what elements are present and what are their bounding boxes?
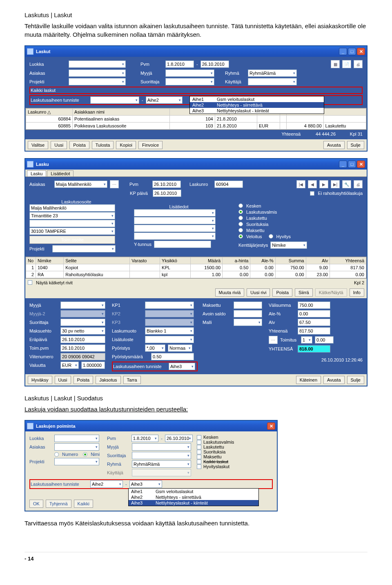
- maksettu-input[interactable]: [234, 301, 262, 309]
- projekti-select[interactable]: [52, 245, 116, 252]
- kj-select[interactable]: Nimike: [270, 241, 307, 249]
- tab-lasku[interactable]: Lasku: [27, 170, 46, 176]
- chk-suorituksia[interactable]: [197, 450, 201, 454]
- status-veloitus[interactable]: [238, 234, 243, 239]
- katke-button[interactable]: Kätke/Näytä: [315, 288, 347, 297]
- print-icon[interactable]: 🖨: [354, 60, 363, 68]
- lt-4-input[interactable]: [134, 232, 216, 240]
- status-laskutusvalmis[interactable]: [238, 210, 243, 214]
- sulje-button[interactable]: Sulje: [347, 141, 364, 149]
- toimitus-ellipsis[interactable]: ⋯: [269, 336, 278, 344]
- col-laskunro[interactable]: Laskunro △: [26, 109, 73, 116]
- lta-dropdown[interactable]: Aihe1Gsm veloituslaskut Aihe2Nettiyhteys…: [128, 488, 259, 506]
- lta-bot-input[interactable]: Aihe3: [169, 363, 195, 370]
- hyvaksy-button[interactable]: Hyväksy: [28, 376, 52, 384]
- toimitus-num[interactable]: 1: [301, 336, 312, 344]
- pvm-input[interactable]: 26.10.2010: [152, 181, 181, 188]
- myyja-select[interactable]: [132, 443, 191, 451]
- chk-maksettu[interactable]: [197, 455, 201, 459]
- kopioi-button[interactable]: Kopioi: [116, 141, 136, 149]
- col-asiakkaannimi[interactable]: Asiakkaan nimi: [73, 109, 170, 116]
- malli-input[interactable]: [234, 319, 262, 326]
- pyoristys2-input[interactable]: Normaa: [168, 344, 192, 352]
- projekti-select[interactable]: [54, 458, 99, 465]
- pyoristys-input[interactable]: *,00: [145, 344, 165, 352]
- pvm-from-input[interactable]: 1.8.2010: [165, 60, 194, 68]
- lta-select-1[interactable]: [90, 96, 139, 104]
- asiakas-select[interactable]: [69, 69, 126, 77]
- avoin-input[interactable]: [234, 310, 262, 317]
- lisatuloste-input[interactable]: [145, 336, 194, 343]
- myyja-input[interactable]: [60, 301, 105, 309]
- chk-laskutusvalmis[interactable]: [197, 440, 201, 444]
- sulje-button[interactable]: Sulje: [347, 376, 364, 384]
- ryhma-select[interactable]: RyhmäRämä: [132, 460, 191, 468]
- pvm2-input[interactable]: 26.10.2010: [165, 435, 193, 442]
- filter-icon[interactable]: ▦: [331, 60, 340, 68]
- chk-kesken[interactable]: [197, 435, 201, 440]
- jaksotus-button[interactable]: Jaksotus: [96, 376, 120, 384]
- uusi-button[interactable]: Uusi: [51, 141, 67, 149]
- status-maksettu[interactable]: [238, 228, 243, 232]
- nayta-checkbox[interactable]: [28, 280, 32, 285]
- poista-rivi-button[interactable]: Poista: [272, 288, 292, 297]
- pvm-to-input[interactable]: 26.10.2010: [200, 60, 229, 68]
- ok-button[interactable]: OK: [29, 500, 43, 508]
- ryhma-select[interactable]: RyhmäRämä: [248, 69, 297, 77]
- uusi-button[interactable]: Uusi: [55, 376, 71, 384]
- tab-lisatiedot[interactable]: Lisätiedot: [47, 170, 74, 176]
- asiakas-select[interactable]: [54, 443, 99, 451]
- lta-select-2[interactable]: Aihe2: [146, 96, 183, 104]
- lta-sel2[interactable]: Aihe3: [129, 480, 162, 488]
- myyja-select[interactable]: [165, 69, 214, 77]
- ytunnus-input[interactable]: [154, 241, 211, 248]
- maksuehto-input[interactable]: 30 pv netto: [60, 327, 105, 335]
- tarra-button[interactable]: Tarra: [123, 376, 141, 384]
- maximize-button[interactable]: □: [348, 161, 356, 168]
- close-button[interactable]: ✕: [357, 161, 365, 168]
- tyhjenna-button[interactable]: Tyhjennä: [46, 500, 71, 508]
- lo-1-input[interactable]: Maija Mallihenkilö: [29, 204, 115, 212]
- close-button[interactable]: ✕: [357, 48, 365, 55]
- lta-sel1[interactable]: Aihe2: [90, 480, 123, 488]
- status-suorituksia[interactable]: [238, 222, 243, 226]
- uusirivi-button[interactable]: Uusi rivi: [247, 288, 270, 297]
- valitse-button[interactable]: Valitse: [28, 141, 48, 149]
- luokka-select[interactable]: [69, 60, 126, 68]
- table-row[interactable]: 60885Poikkeava Laskutusosoite 10321.8.20…: [26, 123, 366, 130]
- kurssi-input[interactable]: 1.000000: [81, 362, 105, 369]
- myyja2-input[interactable]: [60, 310, 105, 317]
- erl-checkbox[interactable]: [310, 191, 314, 196]
- info-button[interactable]: Info: [350, 288, 364, 297]
- muuta-button[interactable]: Muuta riviä: [215, 288, 245, 297]
- lt-1-input[interactable]: [134, 209, 216, 217]
- numero-radio[interactable]: [54, 452, 59, 457]
- excel-icon[interactable]: 📄: [342, 60, 351, 68]
- first-icon[interactable]: |◀: [296, 180, 305, 188]
- suorittaja-select[interactable]: [132, 452, 191, 459]
- kateinen-button[interactable]: Käteinen: [296, 376, 321, 384]
- nimi-radio[interactable]: [83, 452, 87, 457]
- kayttaja-select[interactable]: [248, 78, 297, 85]
- chk-laskutettu[interactable]: [197, 445, 201, 449]
- status-kesken[interactable]: [238, 203, 243, 208]
- lo-2-input[interactable]: Timanttitie 23: [29, 212, 115, 219]
- finvoice-button[interactable]: Finvoice: [138, 141, 163, 149]
- chk-kaikki[interactable]: [197, 460, 201, 464]
- poista-button[interactable]: Poista: [74, 376, 94, 384]
- valuutta-input[interactable]: EUR: [60, 362, 79, 369]
- poista-button[interactable]: Poista: [69, 141, 89, 149]
- chk-hyvityslaskut[interactable]: [197, 464, 201, 469]
- laskumuoto-input[interactable]: Blankko 1: [145, 327, 194, 335]
- avusta-button[interactable]: Avusta: [323, 376, 344, 384]
- last-icon[interactable]: ▶|: [331, 180, 340, 188]
- laskunro-input[interactable]: 60904: [214, 181, 243, 188]
- pyorm-input[interactable]: 0.50: [151, 353, 194, 360]
- projekti-select[interactable]: [69, 78, 126, 85]
- suorittaja-input[interactable]: [60, 319, 105, 326]
- kp1-input[interactable]: [145, 301, 194, 309]
- erapaiva-input[interactable]: 26.10.2010: [60, 336, 105, 343]
- asiakas-input[interactable]: Maija Mallihenkilö: [54, 181, 107, 188]
- alep-input[interactable]: 0.00: [298, 310, 330, 317]
- status-hyvitys[interactable]: [269, 234, 273, 239]
